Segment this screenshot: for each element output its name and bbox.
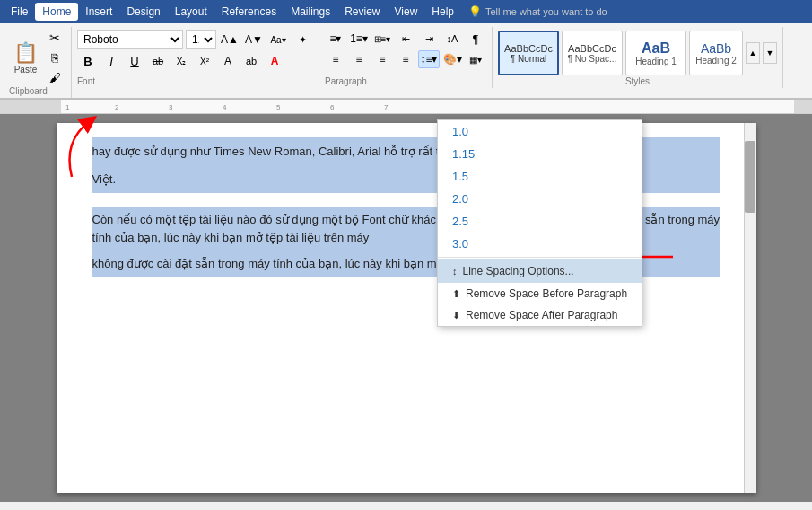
line-spacing-button[interactable]: ↕≡▾	[418, 50, 440, 68]
numbering-button[interactable]: 1≡▾	[348, 30, 370, 48]
style-normal-preview: AaBbCcDc	[504, 43, 553, 54]
svg-text:2: 2	[115, 103, 119, 111]
style-no-spacing[interactable]: AaBbCcDc ¶ No Spac...	[562, 31, 623, 75]
font-group: Roboto 11 A▲ A▼ Aa▾ ✦ B I U ab X₂ X² A a…	[72, 27, 319, 88]
align-center-button[interactable]: ≡	[348, 50, 370, 68]
line-spacing-options-item[interactable]: ↕ Line Spacing Options...	[438, 259, 642, 283]
style-heading1-preview: AaB	[642, 40, 670, 57]
spacing-options-icon: ↕	[452, 266, 458, 277]
font-color-button[interactable]: A	[264, 52, 285, 70]
clipboard-group: 📋 Paste ✂ ⎘ 🖌 Clipboard	[5, 27, 72, 98]
style-heading1[interactable]: AaB Heading 1	[625, 31, 686, 75]
superscript-button[interactable]: X²	[194, 52, 215, 70]
style-no-spacing-preview: AaBbCcDc	[568, 43, 616, 54]
remove-before-icon: ⬆	[452, 288, 460, 300]
text-highlight-button[interactable]: ab	[240, 52, 262, 70]
styles-scroll-down[interactable]: ▼	[763, 42, 777, 64]
underline-button[interactable]: U	[124, 52, 145, 70]
clear-format-button[interactable]: ✦	[292, 31, 313, 48]
vertical-scrollbar[interactable]	[744, 123, 756, 493]
font-name-select[interactable]: Roboto	[77, 30, 183, 49]
increase-indent-button[interactable]: ⇥	[418, 30, 440, 48]
spacing-2-0[interactable]: 2.0	[438, 188, 642, 210]
menu-view[interactable]: View	[388, 3, 425, 21]
remove-after-item[interactable]: ⬇ Remove Space After Paragraph	[438, 304, 642, 326]
paste-button[interactable]: 📋 Paste	[9, 35, 42, 80]
style-normal[interactable]: AaBbCcDc ¶ Normal	[498, 31, 559, 75]
svg-text:3: 3	[169, 103, 173, 111]
copy-button[interactable]: ⎘	[44, 48, 65, 66]
decrease-indent-button[interactable]: ⇤	[395, 30, 416, 48]
bullets-button[interactable]: ≡▾	[325, 30, 346, 48]
remove-before-label: Remove Space Before Paragraph	[466, 287, 627, 300]
paragraph-group: ≡▾ 1≡▾ ⊞≡▾ ⇤ ⇥ ↕A ¶ ≡ ≡ ≡ ≡ ↕≡▾ 🎨▾ ▦▾ Pa…	[319, 27, 493, 88]
justify-button[interactable]: ≡	[395, 50, 416, 68]
remove-before-item[interactable]: ⬆ Remove Space Before Paragraph	[438, 283, 642, 304]
spacing-1-15[interactable]: 1.15	[438, 143, 642, 165]
menu-help[interactable]: Help	[424, 3, 461, 21]
menu-separator	[438, 257, 642, 258]
scrollbar-thumb[interactable]	[745, 141, 755, 213]
remove-after-label: Remove Space After Paragraph	[466, 309, 617, 321]
spacing-1-5[interactable]: 1.5	[438, 165, 642, 188]
help-search[interactable]: Tell me what you want to do	[485, 6, 607, 17]
menu-review[interactable]: Review	[337, 3, 387, 21]
cut-button[interactable]: ✂	[44, 29, 65, 47]
svg-text:4: 4	[223, 103, 227, 111]
clipboard-label: Clipboard	[9, 86, 65, 96]
borders-button[interactable]: ▦▾	[465, 50, 486, 68]
style-no-spacing-label: ¶ No Spac...	[568, 54, 617, 64]
align-left-button[interactable]: ≡	[325, 50, 346, 68]
show-formatting-button[interactable]: ¶	[465, 30, 486, 48]
menu-references[interactable]: References	[214, 3, 284, 21]
font-size-select[interactable]: 11	[186, 30, 216, 49]
spacing-2-5[interactable]: 2.5	[438, 210, 642, 233]
align-right-button[interactable]: ≡	[371, 50, 393, 68]
increase-font-button[interactable]: A▲	[219, 31, 240, 48]
menu-layout[interactable]: Layout	[168, 3, 214, 21]
multilevel-list-button[interactable]: ⊞≡▾	[371, 30, 393, 48]
style-normal-label: ¶ Normal	[511, 54, 546, 64]
spacing-1-0[interactable]: 1.0	[438, 120, 642, 143]
change-case-button[interactable]: Aa▾	[267, 31, 289, 48]
remove-after-icon: ⬇	[452, 310, 460, 321]
strikethrough-button[interactable]: ab	[147, 52, 169, 70]
format-painter-button[interactable]: 🖌	[44, 68, 65, 86]
style-heading1-label: Heading 1	[635, 57, 677, 66]
spacing-options-label: Line Spacing Options...	[463, 265, 574, 277]
menu-file[interactable]: File	[4, 3, 35, 21]
line-spacing-dropdown: 1.0 1.15 1.5 2.0 2.5 3.0 ↕ Line Spacing …	[437, 119, 642, 327]
menu-mailings[interactable]: Mailings	[284, 3, 337, 21]
paragraph-label: Paragraph	[325, 76, 486, 86]
subscript-button[interactable]: X₂	[170, 52, 192, 70]
ruler: 1 2 3 4 5 6 7	[0, 100, 812, 114]
bold-button[interactable]: B	[77, 52, 99, 70]
shading-button[interactable]: 🎨▾	[441, 50, 463, 68]
document-area: hay được sử dụng như Times New Roman, Ca…	[0, 114, 812, 502]
styles-scroll-up[interactable]: ▲	[746, 42, 760, 64]
decrease-font-button[interactable]: A▼	[243, 31, 265, 48]
text-effects-button[interactable]: A	[217, 52, 239, 70]
menu-home[interactable]: Home	[35, 3, 78, 21]
spacing-3-0[interactable]: 3.0	[438, 233, 642, 255]
font-label: Font	[77, 76, 313, 86]
svg-text:5: 5	[276, 103, 281, 111]
svg-text:1: 1	[65, 103, 70, 111]
style-heading2[interactable]: AaBb Heading 2	[689, 31, 743, 75]
styles-group: AaBbCcDc ¶ Normal AaBbCcDc ¶ No Spac... …	[493, 27, 783, 88]
help-lightbulb-icon: 💡	[468, 5, 482, 18]
menu-insert[interactable]: Insert	[78, 3, 119, 21]
sort-button[interactable]: ↕A	[441, 30, 463, 48]
style-heading2-label: Heading 2	[695, 56, 737, 66]
paste-icon: 📋	[13, 41, 38, 65]
svg-text:6: 6	[330, 103, 335, 111]
paste-label: Paste	[14, 65, 38, 75]
style-heading2-preview: AaBb	[701, 41, 731, 56]
menu-design[interactable]: Design	[119, 3, 167, 21]
document-page[interactable]: hay được sử dụng như Times New Roman, Ca…	[57, 123, 756, 493]
italic-button[interactable]: I	[100, 52, 122, 70]
styles-label: Styles	[498, 76, 777, 86]
svg-text:7: 7	[384, 103, 389, 111]
